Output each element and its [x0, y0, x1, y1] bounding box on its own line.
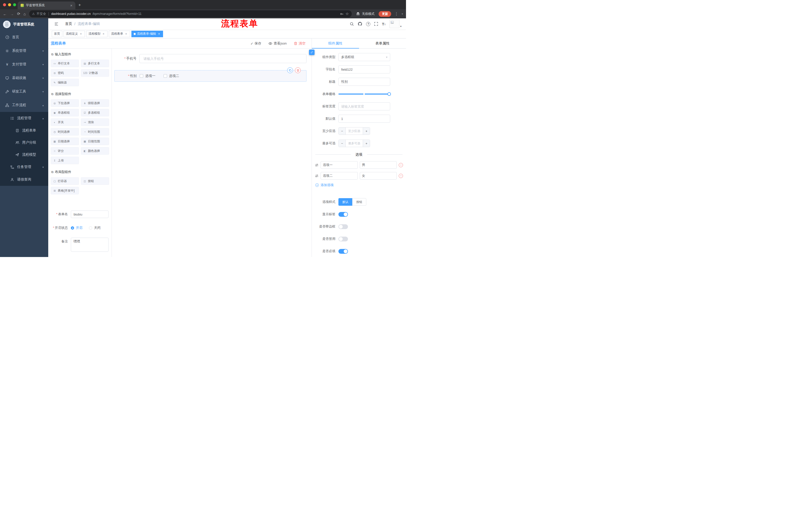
- browser-tab[interactable]: 芋道管理系统 ×: [18, 1, 76, 9]
- tab-close-icon[interactable]: ×: [69, 3, 74, 7]
- palette-item-upload[interactable]: ↥上传: [51, 157, 79, 164]
- toolbar-caret-icon[interactable]: ▾: [402, 12, 403, 16]
- sidebar-item-workflow[interactable]: 工作流程 ▴: [0, 98, 48, 112]
- palette-item-date-range[interactable]: ▩日期范围: [81, 138, 109, 145]
- tag-process-form[interactable]: 流程表单 ×: [109, 31, 130, 37]
- status-off-radio[interactable]: 关闭: [89, 225, 100, 230]
- view-json-button[interactable]: 查看json: [268, 41, 287, 46]
- tag-home[interactable]: 首页: [52, 31, 62, 37]
- grid-slider[interactable]: [339, 90, 390, 98]
- gender-field-selected[interactable]: *性别 选项一 选项二: [114, 70, 307, 82]
- sidebar-item-devtools[interactable]: 研发工具 ▾: [0, 85, 48, 98]
- search-icon[interactable]: [350, 22, 354, 26]
- reload-button[interactable]: ⟳: [17, 11, 20, 16]
- window-minimize-button[interactable]: [8, 3, 11, 6]
- sidebar-item-system[interactable]: 系统管理 ▾: [0, 44, 48, 58]
- sidebar-item-payment[interactable]: ¥ 支付管理 ▾: [0, 58, 48, 71]
- remove-option-2-button[interactable]: −: [399, 174, 403, 178]
- sidebar-item-process-model[interactable]: 流程模型: [0, 148, 48, 161]
- palette-item-time-range[interactable]: ◔时间范围: [81, 128, 109, 136]
- max-increase-button[interactable]: +: [363, 140, 370, 147]
- palette-item-time-picker[interactable]: ◷时间选择: [51, 128, 79, 136]
- palette-item-radio-group[interactable]: ◉单选框组: [51, 109, 79, 116]
- tag-close-icon[interactable]: ×: [102, 32, 105, 36]
- clear-button[interactable]: 清空: [294, 41, 306, 46]
- sidebar-item-process-form[interactable]: 流程表单: [0, 125, 48, 137]
- palette-item-multi-line-text[interactable]: ▤多行文本: [81, 60, 109, 67]
- label-width-input[interactable]: [339, 102, 390, 110]
- phone-input[interactable]: [140, 54, 307, 63]
- default-value-input[interactable]: [339, 115, 390, 123]
- drag-option-icon[interactable]: [315, 163, 319, 167]
- palette-item-password[interactable]: ◘密码: [51, 69, 79, 77]
- save-button[interactable]: ✓ 保存: [251, 41, 261, 46]
- font-size-icon[interactable]: TT: [382, 22, 386, 26]
- github-icon[interactable]: [358, 22, 362, 26]
- option-1-label-input[interactable]: [321, 161, 358, 169]
- drag-option-icon[interactable]: [315, 174, 319, 178]
- palette-item-button[interactable]: ◫按钮: [81, 177, 109, 185]
- window-close-button[interactable]: [3, 3, 6, 6]
- palette-item-counter[interactable]: 123计数器: [81, 69, 109, 77]
- gender-option-2-checkbox[interactable]: 选项二: [164, 74, 179, 78]
- tag-process-definition[interactable]: 流程定义 ×: [63, 31, 85, 37]
- show-label-toggle[interactable]: [339, 212, 348, 217]
- palette-item-switch[interactable]: ◐开关: [51, 118, 79, 126]
- gender-option-1-checkbox[interactable]: 选项一: [140, 74, 155, 78]
- option-2-label-input[interactable]: [321, 172, 358, 180]
- phone-field[interactable]: *手机号: [114, 54, 307, 63]
- sidebar-item-leave-query[interactable]: 请假查询: [0, 173, 48, 186]
- max-select-input[interactable]: [346, 140, 363, 147]
- tag-close-icon[interactable]: ×: [157, 32, 161, 36]
- field-name-input[interactable]: [339, 65, 390, 74]
- palette-item-slider[interactable]: ⊸滑块: [81, 118, 109, 126]
- window-zoom-button[interactable]: [13, 3, 16, 6]
- sidebar-toggle-button[interactable]: [54, 22, 59, 26]
- required-toggle[interactable]: [339, 249, 348, 254]
- tag-process-model[interactable]: 流程模型 ×: [86, 31, 108, 37]
- status-on-radio[interactable]: 开启: [71, 225, 82, 230]
- breadcrumb-home[interactable]: 首页: [65, 22, 72, 26]
- option-1-value-input[interactable]: [360, 161, 397, 169]
- min-select-input[interactable]: [346, 128, 363, 135]
- update-button[interactable]: 更新: [379, 11, 391, 17]
- key-icon[interactable]: [340, 12, 344, 16]
- disabled-toggle[interactable]: [339, 237, 348, 241]
- palette-item-checkbox-group[interactable]: ☑多选框组: [81, 109, 109, 116]
- home-button[interactable]: ⌂: [24, 12, 26, 16]
- tab-component-props[interactable]: 组件属性: [312, 38, 359, 48]
- new-tab-button[interactable]: +: [78, 2, 81, 7]
- palette-item-table[interactable]: ⊞表格[开发中]: [51, 187, 79, 194]
- tag-process-form-edit[interactable]: 流程表单-编辑 ×: [132, 31, 163, 37]
- form-canvas[interactable]: *手机号 *性别 选项一 选项二: [112, 49, 312, 257]
- bookmark-star-icon[interactable]: ☆: [345, 11, 349, 16]
- palette-item-rate[interactable]: ☆评分: [51, 147, 79, 155]
- delete-component-button[interactable]: [295, 67, 301, 73]
- palette-item-editor[interactable]: ✎编辑器: [51, 79, 79, 86]
- palette-item-cascader[interactable]: ⋔级联选择: [81, 99, 109, 107]
- remove-option-1-button[interactable]: −: [399, 163, 403, 167]
- forward-button[interactable]: →: [10, 12, 14, 16]
- tab-form-props[interactable]: 表单属性: [359, 38, 406, 48]
- user-menu[interactable]: ▾: [389, 20, 402, 28]
- border-toggle[interactable]: [339, 224, 348, 229]
- copy-component-button[interactable]: [287, 67, 293, 73]
- palette-item-date-picker[interactable]: ▦日期选择: [51, 138, 79, 145]
- back-button[interactable]: ←: [3, 12, 7, 16]
- sidebar-item-process-management[interactable]: 流程管理 ▴: [0, 112, 48, 125]
- help-icon[interactable]: ?: [366, 22, 370, 26]
- palette-item-color-picker[interactable]: ◧颜色选择: [81, 147, 109, 155]
- palette-item-select[interactable]: ◎下拉选择: [51, 99, 79, 107]
- sidebar-item-home[interactable]: 首页: [0, 30, 48, 44]
- max-decrease-button[interactable]: −: [339, 140, 346, 147]
- link-icon[interactable]: [309, 50, 315, 55]
- style-default-button[interactable]: 默认: [339, 198, 352, 206]
- slider-handle[interactable]: [387, 92, 391, 96]
- address-bar[interactable]: ⚠ 不安全 dashboard.yudao.iocoder.cn/bpm/man…: [29, 10, 352, 17]
- component-type-select[interactable]: 多选框组 ▾: [339, 53, 390, 61]
- title-input[interactable]: [339, 78, 390, 86]
- min-decrease-button[interactable]: −: [339, 128, 346, 135]
- palette-item-row-container[interactable]: ▢行容器: [51, 177, 79, 185]
- fullscreen-icon[interactable]: [374, 22, 378, 26]
- tag-close-icon[interactable]: ×: [79, 32, 83, 36]
